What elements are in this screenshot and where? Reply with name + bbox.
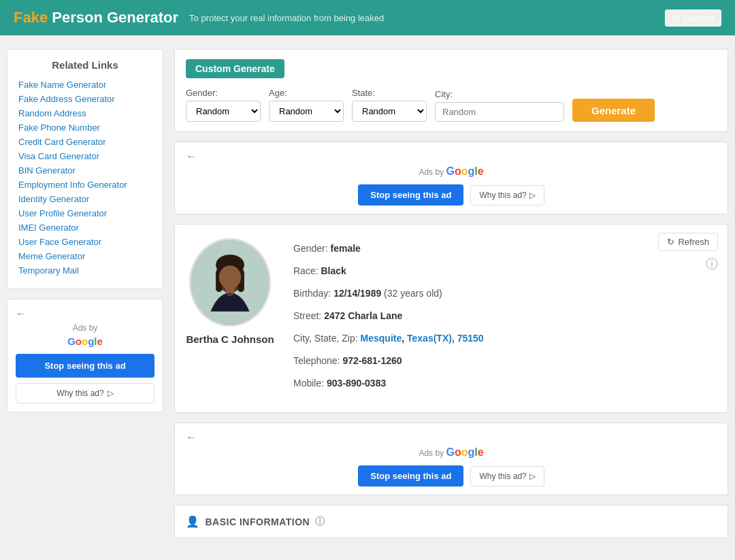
- race-info: Race: Black: [293, 264, 717, 278]
- logo-rest: Person Generator: [48, 9, 178, 26]
- mail-icon: ✉: [672, 13, 680, 23]
- profile-name: Bertha C Johnson: [186, 333, 274, 345]
- list-item: Employment Info Generator: [18, 179, 152, 190]
- sidebar-link-employment[interactable]: Employment Info Generator: [18, 180, 127, 190]
- refresh-icon: ↻: [667, 237, 674, 247]
- bottom-ads-label: Ads by Google: [186, 446, 717, 459]
- state-select[interactable]: Random TX CA NY FL: [352, 101, 427, 122]
- basic-info-title: BASIC INFORMATION: [206, 516, 310, 527]
- state-label: State:: [352, 88, 427, 98]
- bottom-google-text: Google: [446, 446, 483, 458]
- sidebar-link-user-face[interactable]: User Face Generator: [18, 237, 101, 247]
- list-item: Visa Card Generator: [18, 150, 152, 161]
- mobile-info: Mobile: 903-890-0383: [293, 376, 717, 391]
- mobile-value: 903-890-0383: [327, 378, 386, 389]
- age-label: Age:: [269, 88, 344, 98]
- age-select[interactable]: Random 18-25 26-35 36-50 51+: [269, 101, 344, 122]
- main-layout: Related Links Fake Name Generator Fake A…: [0, 35, 735, 552]
- city-value[interactable]: Mesquite: [361, 333, 402, 344]
- top-ad-section: ← Ads by Google Stop seeing this ad Why …: [174, 142, 728, 214]
- top-google-text: Google: [446, 165, 483, 177]
- sidebar-ad-back-arrow[interactable]: ←: [16, 308, 154, 320]
- bottom-why-this-ad-button[interactable]: Why this ad? ▷: [470, 466, 544, 487]
- profile-left: Bertha C Johnson: [186, 238, 274, 345]
- logo-fake: Fake: [14, 9, 48, 26]
- top-ads-label: Ads by Google: [186, 165, 717, 178]
- sidebar-google-text: Google: [67, 335, 103, 347]
- main-content: Custom Generate Gender: Random Male Fema…: [174, 49, 728, 538]
- sidebar-link-fake-name[interactable]: Fake Name Generator: [18, 80, 106, 90]
- city-label: City:: [435, 89, 564, 99]
- telephone-value: 972-681-1260: [342, 355, 402, 366]
- list-item: User Profile Generator: [18, 208, 152, 218]
- contact-button[interactable]: ✉ Contact: [665, 10, 721, 27]
- sidebar-link-meme[interactable]: Meme Generator: [18, 251, 85, 261]
- sidebar-link-imei[interactable]: IMEI Generator: [18, 223, 79, 233]
- top-why-this-ad-button[interactable]: Why this ad? ▷: [470, 185, 544, 205]
- sidebar-ad: ← Ads by Google Stop seeing this ad Why …: [7, 299, 163, 412]
- profile-info: Gender: female Race: Black Birthday: 12/…: [293, 238, 717, 399]
- list-item: BIN Generator: [18, 165, 152, 176]
- bottom-ad-buttons-row: Stop seeing this ad Why this ad? ▷: [186, 465, 717, 487]
- gender-value: female: [330, 243, 360, 254]
- sidebar-links-list: Fake Name Generator Fake Address Generat…: [18, 79, 152, 276]
- zip-value[interactable]: 75150: [457, 333, 484, 344]
- sidebar-link-random-address[interactable]: Random Address: [18, 108, 86, 118]
- custom-generate-tab[interactable]: Custom Generate: [186, 59, 284, 78]
- top-ad-back-arrow[interactable]: ←: [186, 150, 717, 163]
- list-item: Meme Generator: [18, 250, 152, 261]
- sidebar-stop-seeing-button[interactable]: Stop seeing this ad: [16, 354, 154, 378]
- street-value: 2472 Charla Lane: [324, 310, 402, 321]
- sidebar-link-user-profile[interactable]: User Profile Generator: [18, 208, 107, 218]
- sidebar-link-credit-card[interactable]: Credit Card Generator: [18, 137, 106, 147]
- birthday-age: (32 years old): [384, 288, 442, 299]
- sidebar-link-temp-mail[interactable]: Temporary Mail: [18, 265, 79, 276]
- sidebar-link-fake-phone[interactable]: Fake Phone Number: [18, 122, 100, 133]
- sidebar-link-visa-card[interactable]: Visa Card Generator: [18, 151, 99, 161]
- list-item: Temporary Mail: [18, 265, 152, 276]
- bottom-ad-back-arrow[interactable]: ←: [186, 431, 717, 444]
- street-info: Street: 2472 Charla Lane: [293, 309, 717, 323]
- list-item: User Face Generator: [18, 236, 152, 247]
- city-group: City:: [435, 89, 564, 122]
- basic-info-help-icon[interactable]: ⓘ: [315, 516, 325, 528]
- gender-info: Gender: female: [293, 242, 717, 256]
- top-ad-triangle-icon: ▷: [529, 191, 536, 200]
- sidebar-why-this-ad-button[interactable]: Why this ad? ▷: [16, 383, 154, 403]
- sidebar-links-box: Related Links Fake Name Generator Fake A…: [7, 49, 163, 289]
- sidebar-title: Related Links: [18, 59, 152, 71]
- state-group: State: Random TX CA NY FL: [352, 88, 427, 122]
- refresh-button[interactable]: ↻ Refresh: [658, 233, 718, 251]
- list-item: Random Address: [18, 108, 152, 118]
- birthday-info: Birthday: 12/14/1989 (32 years old): [293, 286, 717, 301]
- svg-point-5: [219, 265, 241, 289]
- basic-info-header: 👤 BASIC INFORMATION ⓘ: [186, 515, 717, 528]
- gender-label: Gender:: [186, 88, 261, 98]
- sidebar: Related Links Fake Name Generator Fake A…: [7, 49, 163, 538]
- generate-button[interactable]: Generate: [572, 99, 655, 122]
- city-input[interactable]: [435, 102, 564, 122]
- bottom-ad-section: ← Ads by Google Stop seeing this ad Why …: [174, 423, 728, 495]
- city-state-zip-info: City, State, Zip: Mesquite, Texas(TX), 7…: [293, 331, 717, 346]
- state-value[interactable]: Texas(TX),: [407, 333, 455, 344]
- birthday-value: 12/14/1989: [333, 288, 381, 299]
- sidebar-ads-label: Ads by Google: [16, 323, 154, 348]
- gender-group: Gender: Random Male Female: [186, 88, 261, 122]
- generate-form: Gender: Random Male Female Age: Random 1…: [186, 88, 717, 122]
- sidebar-link-bin[interactable]: BIN Generator: [18, 165, 76, 176]
- top-stop-seeing-button[interactable]: Stop seeing this ad: [358, 184, 463, 205]
- list-item: Credit Card Generator: [18, 136, 152, 147]
- bottom-ad-triangle-icon: ▷: [529, 472, 536, 481]
- profile-card: ↻ Refresh ⓘ: [174, 224, 728, 413]
- custom-generate-box: Custom Generate Gender: Random Male Fema…: [174, 49, 728, 132]
- bottom-stop-seeing-button[interactable]: Stop seeing this ad: [358, 465, 463, 487]
- site-logo: Fake Person Generator: [14, 9, 178, 27]
- sidebar-link-fake-address[interactable]: Fake Address Generator: [18, 94, 115, 104]
- profile-info-icon[interactable]: ⓘ: [706, 256, 718, 272]
- user-icon: 👤: [186, 515, 200, 528]
- sidebar-link-identity[interactable]: Identity Generator: [18, 194, 89, 204]
- gender-select[interactable]: Random Male Female: [186, 101, 261, 122]
- age-group: Age: Random 18-25 26-35 36-50 51+: [269, 88, 344, 122]
- profile-content: Bertha C Johnson Gender: female Race: Bl…: [186, 238, 717, 399]
- header-left: Fake Person Generator To protect your re…: [14, 9, 384, 27]
